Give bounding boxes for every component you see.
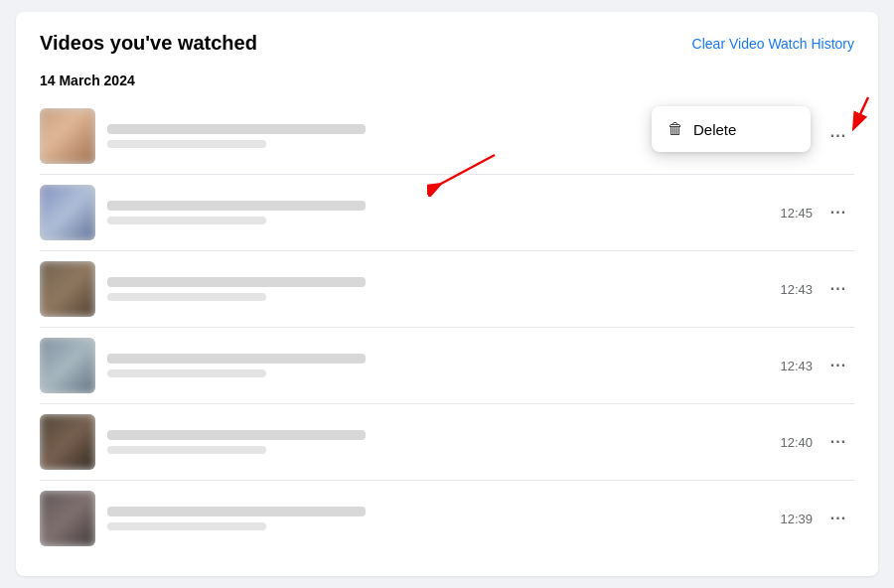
delete-popup: 🗑 Delete <box>652 106 811 152</box>
video-info <box>107 430 777 454</box>
video-time: 12:43 <box>777 282 813 297</box>
video-thumbnail <box>40 491 95 546</box>
video-subtitle <box>107 369 266 377</box>
video-item: 12:45 ··· <box>40 175 854 251</box>
clear-history-link[interactable]: Clear Video Watch History <box>692 36 854 52</box>
video-thumbnail <box>40 414 95 470</box>
video-subtitle <box>107 217 266 224</box>
video-list: ··· 🗑 Delete 12:45 ··· <box>40 98 854 556</box>
video-time: 12:39 <box>777 512 813 526</box>
video-thumbnail <box>40 108 95 164</box>
more-options-button[interactable]: ··· <box>822 503 854 534</box>
video-subtitle <box>107 293 266 301</box>
video-item: ··· 🗑 Delete <box>40 98 854 175</box>
video-title <box>107 124 366 134</box>
page-header: Videos you've watched Clear Video Watch … <box>40 32 854 55</box>
video-title <box>107 201 366 211</box>
video-time: 12:45 <box>777 206 813 220</box>
video-item: 12:39 ··· <box>40 481 854 556</box>
more-options-button[interactable]: ··· <box>822 120 854 152</box>
video-title <box>107 507 366 516</box>
video-thumbnail <box>40 338 95 393</box>
video-title <box>107 354 366 364</box>
video-subtitle <box>107 522 266 530</box>
video-info <box>107 277 777 301</box>
delete-option[interactable]: 🗑 Delete <box>652 112 811 146</box>
video-title <box>107 430 366 440</box>
page-title: Videos you've watched <box>40 32 257 55</box>
main-container: Videos you've watched Clear Video Watch … <box>16 12 878 576</box>
more-options-button[interactable]: ··· <box>822 273 854 305</box>
video-info <box>107 201 777 224</box>
video-time: 12:40 <box>777 435 813 450</box>
video-info <box>107 507 777 530</box>
video-title <box>107 277 366 287</box>
more-options-button[interactable]: ··· <box>822 426 854 458</box>
video-item: 12:40 ··· <box>40 404 854 481</box>
video-subtitle <box>107 446 266 454</box>
video-thumbnail <box>40 261 95 317</box>
more-options-button[interactable]: ··· <box>822 197 854 228</box>
video-info <box>107 354 777 377</box>
video-time: 12:43 <box>777 359 813 373</box>
video-item: 12:43 ··· <box>40 328 854 404</box>
delete-label: Delete <box>693 121 736 138</box>
date-section-label: 14 March 2024 <box>40 73 854 88</box>
video-subtitle <box>107 140 266 148</box>
video-thumbnail <box>40 185 95 240</box>
video-item: 12:43 ··· <box>40 251 854 328</box>
more-options-button[interactable]: ··· <box>822 350 854 381</box>
trash-icon: 🗑 <box>668 120 683 138</box>
